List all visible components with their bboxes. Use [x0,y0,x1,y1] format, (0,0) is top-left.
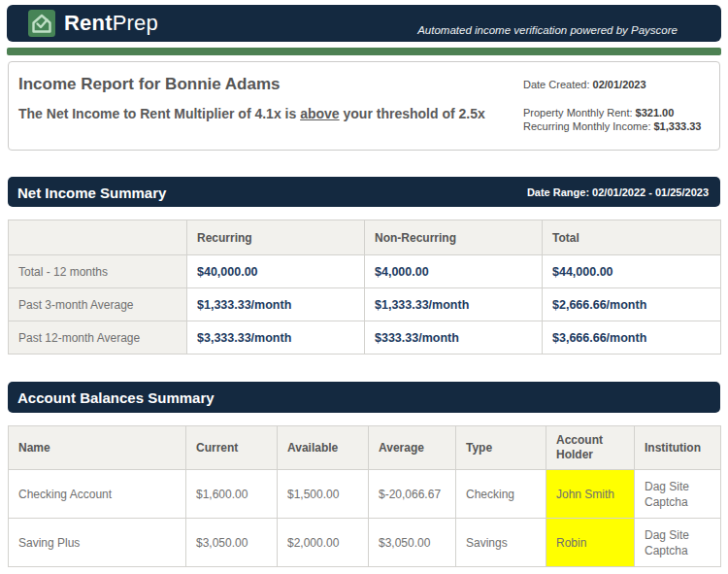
income-label: Recurring Monthly Income: [523,120,654,132]
report-title: Income Report for Bonnie Adams [18,75,281,94]
value-cell: $333.33/month [365,321,543,355]
value-cell: $4,000.00 [365,255,543,288]
date-range: Date Range: 02/01/2022 - 01/25/2023 [527,186,709,198]
multiplier-text-after: your threshold of 2.5x [340,106,485,121]
column-header-account-holder: Account Holder [546,426,635,470]
app-header: RentPrep Automated income verification p… [7,5,721,42]
table-row: Past 12-month Average $3,333.33/month $3… [9,321,721,355]
value-cell: $1,333.33/month [187,288,365,321]
column-header-name: Name [9,426,186,470]
column-header-type: Type [456,426,546,470]
institution-cell: Dag Site Captcha [635,470,721,519]
brand-name: RentPrep [64,11,158,36]
column-header-institution: Institution [635,426,721,470]
recurring-monthly-income: Recurring Monthly Income: $1,333.33 [523,119,701,133]
date-created: Date Created: 02/01/2023 [523,79,646,90]
average-balance-cell: $3,050.00 [369,519,456,567]
table-row: Total - 12 months $40,000.00 $4,000.00 $… [9,255,721,288]
rent-value: $321.00 [636,107,675,118]
net-income-section-title: Net Income Summary [17,184,166,200]
column-header-non-recurring: Non-Recurring [365,220,543,255]
brand-name-light: Prep [113,11,158,35]
account-holder-cell-highlighted: Robin [546,519,635,567]
header-tagline: Automated income verification powered by… [417,24,678,36]
date-created-label: Date Created: [523,79,593,90]
table-row: Past 3-month Average $1,333.33/month $1,… [9,288,721,321]
brand-name-bold: Rent [64,11,113,35]
value-cell: $40,000.00 [187,255,365,288]
income-report-card: Income Report for Bonnie Adams The Net I… [8,61,720,151]
account-type-cell: Checking [456,470,546,519]
column-header-recurring: Recurring [187,220,365,255]
column-header-average: Average [369,426,456,470]
available-balance-cell: $1,500.00 [278,470,369,519]
net-income-summary-header: Net Income Summary Date Range: 02/01/202… [8,177,720,207]
value-cell: $2,666.66/month [543,288,721,321]
value-cell: $1,333.33/month [365,288,543,321]
value-cell: $44,000.00 [543,255,721,288]
date-created-value: 02/01/2023 [593,79,646,90]
table-header-row: Recurring Non-Recurring Total [9,220,721,255]
rent-label: Property Monthly Rent: [523,107,636,118]
rentprep-logo: RentPrep [28,10,158,37]
table-row: Saving Plus $3,050.00 $2,000.00 $3,050.0… [9,519,721,567]
account-holder-cell-highlighted: John Smith [546,470,635,519]
row-label-cell: Past 3-month Average [9,288,187,321]
account-type-cell: Savings [456,519,546,567]
net-income-table: Recurring Non-Recurring Total Total - 12… [8,219,721,355]
value-cell: $3,333.33/month [187,321,365,355]
row-label-cell: Past 12-month Average [9,321,187,355]
account-balances-section-title: Account Balances Summary [17,389,215,406]
table-header-row: Name Current Available Average Type Acco… [9,426,721,470]
column-header-current: Current [186,426,278,470]
average-balance-cell: $-20,066.67 [369,470,456,519]
current-balance-cell: $3,050.00 [186,519,278,567]
account-balances-table: Name Current Available Average Type Acco… [8,425,721,567]
row-label-cell: Total - 12 months [9,255,187,288]
column-header-available: Available [278,426,369,470]
multiplier-above-word: above [300,106,339,121]
column-header-blank [9,220,187,255]
available-balance-cell: $2,000.00 [278,519,369,567]
house-check-icon [28,10,55,37]
value-cell: $3,666.66/month [543,321,721,355]
rent-income-meta: Property Monthly Rent: $321.00 Recurring… [523,106,701,133]
account-name-cell: Saving Plus [9,519,186,567]
green-accent-bar [7,48,721,55]
table-row: Checking Account $1,600.00 $1,500.00 $-2… [9,470,721,519]
account-balances-summary-header: Account Balances Summary [8,382,720,413]
multiplier-text-before: The Net Income to Rent Multiplier of 4.1… [18,106,300,121]
multiplier-statement: The Net Income to Rent Multiplier of 4.1… [18,106,485,121]
column-header-total: Total [543,220,721,255]
current-balance-cell: $1,600.00 [186,470,278,519]
institution-cell: Dag Site Captcha [635,519,721,567]
account-name-cell: Checking Account [9,470,186,519]
property-monthly-rent: Property Monthly Rent: $321.00 [523,106,701,119]
income-value: $1,333.33 [654,120,702,132]
